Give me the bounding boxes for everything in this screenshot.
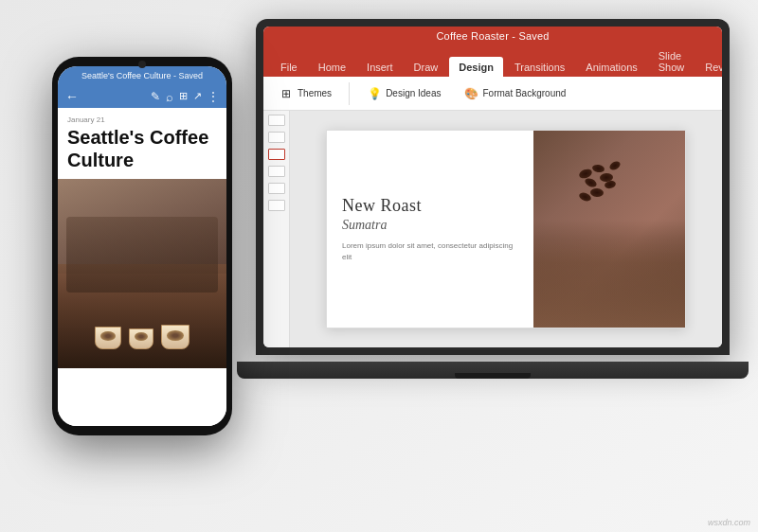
slide-thumb-5[interactable] xyxy=(268,183,285,194)
phone-title-bar: Seattle's Coffee Culture - Saved xyxy=(58,66,226,85)
tab-insert[interactable]: Insert xyxy=(357,57,403,77)
cup-2 xyxy=(129,328,153,349)
tab-home[interactable]: Home xyxy=(309,57,355,77)
themes-icon: ⊞ xyxy=(279,86,294,101)
coffee-background xyxy=(58,179,226,368)
ppt-toolbar: ⊞ Themes 💡 Design Ideas 🎨 Format Backgro… xyxy=(263,77,722,111)
phone-nav-bar: ← ✎ ⌕ ⊞ ↗ ⋮ xyxy=(58,85,226,108)
beans-area xyxy=(571,160,647,217)
ppt-titlebar: Coffee Roaster - Saved xyxy=(263,27,722,45)
slide-subtitle: Sumatra xyxy=(342,218,518,233)
slide-thumb-3[interactable] xyxy=(268,149,285,160)
tab-draw[interactable]: Draw xyxy=(405,57,448,77)
bean-5 xyxy=(604,180,617,190)
themes-label: Themes xyxy=(298,88,332,98)
phone: Seattle's Coffee Culture - Saved ← ✎ ⌕ ⊞… xyxy=(52,57,232,435)
slide-panel xyxy=(263,111,290,347)
edit-icon[interactable]: ✎ xyxy=(151,90,160,104)
cup-3 xyxy=(161,325,190,349)
cup-1 xyxy=(95,327,121,349)
slide-title: New Roast xyxy=(342,196,518,216)
search-icon[interactable]: ⌕ xyxy=(166,90,173,104)
phone-content: January 21 Seattle's Coffee Culture xyxy=(58,108,226,426)
format-bg-icon: 🎨 xyxy=(464,86,479,101)
phone-nav-right: ✎ ⌕ ⊞ ↗ ⋮ xyxy=(151,90,219,104)
phone-screen: Seattle's Coffee Culture - Saved ← ✎ ⌕ ⊞… xyxy=(58,66,226,426)
back-icon[interactable]: ← xyxy=(65,89,79,104)
cup-2-coffee xyxy=(135,332,148,341)
themes-group: ⊞ Themes xyxy=(273,83,337,104)
tab-animations[interactable]: Animations xyxy=(576,57,646,77)
ppt-ribbon: File Home Insert Draw Design Transitions… xyxy=(263,45,722,77)
slide-thumb-6[interactable] xyxy=(268,200,285,211)
slide-thumb-1[interactable] xyxy=(268,115,285,126)
share-icon[interactable]: ↗ xyxy=(193,90,202,104)
ppt-content: New Roast Sumatra Lorem ipsum dolor sit … xyxy=(263,111,722,347)
tab-file[interactable]: File xyxy=(271,57,307,77)
laptop-base xyxy=(237,362,749,379)
bean-4 xyxy=(584,177,598,189)
main-slide-area: New Roast Sumatra Lorem ipsum dolor sit … xyxy=(290,111,722,347)
cup-3-coffee xyxy=(167,330,184,341)
slide-right xyxy=(533,131,685,328)
bean-6 xyxy=(590,188,605,198)
cups-row xyxy=(95,325,190,349)
phone-date: January 21 xyxy=(58,108,226,126)
grid-view-icon[interactable]: ⊞ xyxy=(179,90,188,104)
bean-2 xyxy=(591,164,605,173)
phone-image xyxy=(58,179,226,368)
slide-thumb-4[interactable] xyxy=(268,166,285,177)
design-ideas-group: 💡 Design Ideas xyxy=(361,83,446,104)
format-bg-group: 🎨 Format Background xyxy=(459,83,572,104)
slide-body: Lorem ipsum dolor sit amet, consectetur … xyxy=(342,240,518,261)
ppt-title: Coffee Roaster - Saved xyxy=(436,30,549,42)
laptop-body: Coffee Roaster - Saved File Home Insert … xyxy=(256,19,730,355)
phone-body: Seattle's Coffee Culture - Saved ← ✎ ⌕ ⊞… xyxy=(52,57,232,435)
tab-review[interactable]: Review xyxy=(695,57,722,77)
skin-tone xyxy=(533,239,685,328)
tab-slideshow[interactable]: Slide Show xyxy=(649,45,695,77)
themes-button[interactable]: ⊞ Themes xyxy=(273,83,337,104)
slide-thumb-2[interactable] xyxy=(268,132,285,143)
laptop-screen: Coffee Roaster - Saved File Home Insert … xyxy=(263,27,722,347)
design-ideas-icon: 💡 xyxy=(367,86,382,101)
coffee-beans-image xyxy=(533,131,685,328)
format-bg-label: Format Background xyxy=(483,88,567,98)
bean-7 xyxy=(608,160,622,172)
format-background-button[interactable]: 🎨 Format Background xyxy=(459,83,572,104)
phone-heading: Seattle's Coffee Culture xyxy=(58,126,226,179)
tab-design[interactable]: Design xyxy=(449,57,503,77)
laptop: Coffee Roaster - Saved File Home Insert … xyxy=(256,19,730,379)
toolbar-divider-1 xyxy=(349,82,350,105)
cup-1-coffee xyxy=(100,331,116,341)
tab-transitions[interactable]: Transitions xyxy=(505,57,574,77)
design-ideas-button[interactable]: 💡 Design Ideas xyxy=(361,83,446,104)
design-ideas-label: Design Ideas xyxy=(386,88,441,98)
phone-doc-title: Seattle's Coffee Culture - Saved xyxy=(81,71,203,80)
slide-canvas: New Roast Sumatra Lorem ipsum dolor sit … xyxy=(326,130,686,328)
slide-left: New Roast Sumatra Lorem ipsum dolor sit … xyxy=(327,131,533,328)
people-silhouette xyxy=(66,217,218,293)
more-icon[interactable]: ⋮ xyxy=(208,90,219,104)
watermark: wsxdn.com xyxy=(708,518,750,527)
phone-camera xyxy=(138,61,146,68)
